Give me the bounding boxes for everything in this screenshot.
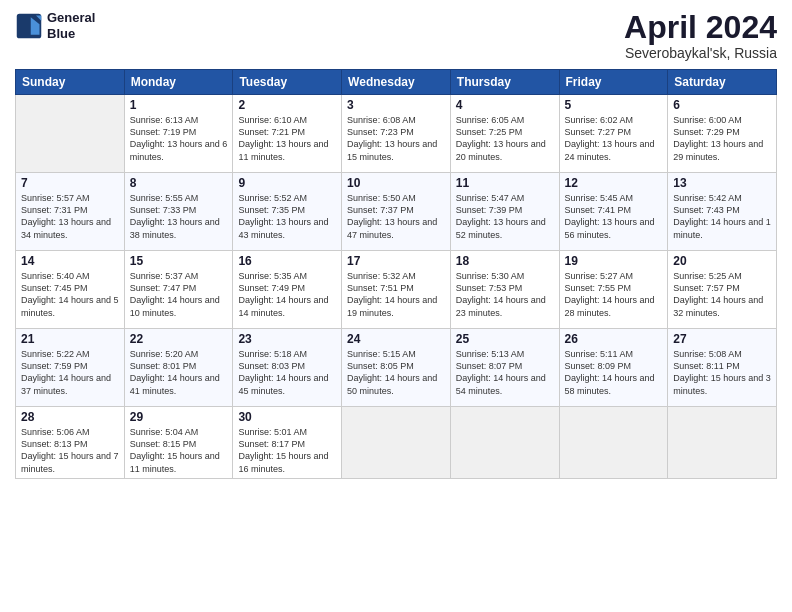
day-info: Sunrise: 6:02 AM Sunset: 7:27 PM Dayligh…: [565, 114, 663, 163]
calendar-cell: 18 Sunrise: 5:30 AM Sunset: 7:53 PM Dayl…: [450, 251, 559, 329]
day-info: Sunrise: 5:57 AM Sunset: 7:31 PM Dayligh…: [21, 192, 119, 241]
logo-icon: [15, 12, 43, 40]
day-info: Sunrise: 5:22 AM Sunset: 7:59 PM Dayligh…: [21, 348, 119, 397]
logo-line2: Blue: [47, 26, 95, 42]
day-info: Sunrise: 5:11 AM Sunset: 8:09 PM Dayligh…: [565, 348, 663, 397]
day-number: 13: [673, 176, 771, 190]
calendar-cell: 21 Sunrise: 5:22 AM Sunset: 7:59 PM Dayl…: [16, 329, 125, 407]
calendar-cell: 6 Sunrise: 6:00 AM Sunset: 7:29 PM Dayli…: [668, 95, 777, 173]
day-number: 15: [130, 254, 228, 268]
day-number: 11: [456, 176, 554, 190]
calendar-cell: [668, 407, 777, 479]
day-info: Sunrise: 6:10 AM Sunset: 7:21 PM Dayligh…: [238, 114, 336, 163]
day-number: 20: [673, 254, 771, 268]
day-number: 17: [347, 254, 445, 268]
day-info: Sunrise: 6:13 AM Sunset: 7:19 PM Dayligh…: [130, 114, 228, 163]
day-number: 27: [673, 332, 771, 346]
day-info: Sunrise: 5:50 AM Sunset: 7:37 PM Dayligh…: [347, 192, 445, 241]
calendar-cell: [450, 407, 559, 479]
day-info: Sunrise: 5:04 AM Sunset: 8:15 PM Dayligh…: [130, 426, 228, 475]
day-info: Sunrise: 6:00 AM Sunset: 7:29 PM Dayligh…: [673, 114, 771, 163]
day-number: 3: [347, 98, 445, 112]
calendar-cell: 28 Sunrise: 5:06 AM Sunset: 8:13 PM Dayl…: [16, 407, 125, 479]
logo-text: General Blue: [47, 10, 95, 41]
day-info: Sunrise: 5:20 AM Sunset: 8:01 PM Dayligh…: [130, 348, 228, 397]
calendar-cell: 2 Sunrise: 6:10 AM Sunset: 7:21 PM Dayli…: [233, 95, 342, 173]
weekday-header: Thursday: [450, 70, 559, 95]
weekday-header: Sunday: [16, 70, 125, 95]
location: Severobaykal'sk, Russia: [624, 45, 777, 61]
day-number: 22: [130, 332, 228, 346]
calendar-cell: 16 Sunrise: 5:35 AM Sunset: 7:49 PM Dayl…: [233, 251, 342, 329]
day-number: 7: [21, 176, 119, 190]
calendar-cell: 25 Sunrise: 5:13 AM Sunset: 8:07 PM Dayl…: [450, 329, 559, 407]
day-number: 6: [673, 98, 771, 112]
weekday-header: Monday: [124, 70, 233, 95]
calendar-cell: 7 Sunrise: 5:57 AM Sunset: 7:31 PM Dayli…: [16, 173, 125, 251]
day-info: Sunrise: 5:06 AM Sunset: 8:13 PM Dayligh…: [21, 426, 119, 475]
day-number: 25: [456, 332, 554, 346]
day-number: 26: [565, 332, 663, 346]
day-number: 29: [130, 410, 228, 424]
calendar-cell: 19 Sunrise: 5:27 AM Sunset: 7:55 PM Dayl…: [559, 251, 668, 329]
title-block: April 2024 Severobaykal'sk, Russia: [624, 10, 777, 61]
week-row: 21 Sunrise: 5:22 AM Sunset: 7:59 PM Dayl…: [16, 329, 777, 407]
day-info: Sunrise: 5:08 AM Sunset: 8:11 PM Dayligh…: [673, 348, 771, 397]
calendar-cell: 11 Sunrise: 5:47 AM Sunset: 7:39 PM Dayl…: [450, 173, 559, 251]
calendar-cell: [16, 95, 125, 173]
day-number: 9: [238, 176, 336, 190]
day-number: 16: [238, 254, 336, 268]
day-info: Sunrise: 6:08 AM Sunset: 7:23 PM Dayligh…: [347, 114, 445, 163]
calendar-cell: 23 Sunrise: 5:18 AM Sunset: 8:03 PM Dayl…: [233, 329, 342, 407]
day-info: Sunrise: 5:32 AM Sunset: 7:51 PM Dayligh…: [347, 270, 445, 319]
week-row: 28 Sunrise: 5:06 AM Sunset: 8:13 PM Dayl…: [16, 407, 777, 479]
day-number: 21: [21, 332, 119, 346]
calendar-cell: 1 Sunrise: 6:13 AM Sunset: 7:19 PM Dayli…: [124, 95, 233, 173]
day-info: Sunrise: 5:27 AM Sunset: 7:55 PM Dayligh…: [565, 270, 663, 319]
day-info: Sunrise: 5:01 AM Sunset: 8:17 PM Dayligh…: [238, 426, 336, 475]
calendar-cell: 29 Sunrise: 5:04 AM Sunset: 8:15 PM Dayl…: [124, 407, 233, 479]
calendar-cell: 15 Sunrise: 5:37 AM Sunset: 7:47 PM Dayl…: [124, 251, 233, 329]
day-info: Sunrise: 5:30 AM Sunset: 7:53 PM Dayligh…: [456, 270, 554, 319]
calendar-cell: 10 Sunrise: 5:50 AM Sunset: 7:37 PM Dayl…: [342, 173, 451, 251]
weekday-header: Saturday: [668, 70, 777, 95]
header-row: SundayMondayTuesdayWednesdayThursdayFrid…: [16, 70, 777, 95]
calendar-cell: 13 Sunrise: 5:42 AM Sunset: 7:43 PM Dayl…: [668, 173, 777, 251]
calendar-cell: 27 Sunrise: 5:08 AM Sunset: 8:11 PM Dayl…: [668, 329, 777, 407]
calendar-cell: 12 Sunrise: 5:45 AM Sunset: 7:41 PM Dayl…: [559, 173, 668, 251]
logo-line1: General: [47, 10, 95, 26]
calendar-cell: [342, 407, 451, 479]
day-number: 23: [238, 332, 336, 346]
month-title: April 2024: [624, 10, 777, 45]
week-row: 14 Sunrise: 5:40 AM Sunset: 7:45 PM Dayl…: [16, 251, 777, 329]
calendar-cell: [559, 407, 668, 479]
day-info: Sunrise: 5:13 AM Sunset: 8:07 PM Dayligh…: [456, 348, 554, 397]
calendar-cell: 8 Sunrise: 5:55 AM Sunset: 7:33 PM Dayli…: [124, 173, 233, 251]
day-info: Sunrise: 5:37 AM Sunset: 7:47 PM Dayligh…: [130, 270, 228, 319]
calendar-cell: 5 Sunrise: 6:02 AM Sunset: 7:27 PM Dayli…: [559, 95, 668, 173]
day-info: Sunrise: 5:55 AM Sunset: 7:33 PM Dayligh…: [130, 192, 228, 241]
calendar-cell: 26 Sunrise: 5:11 AM Sunset: 8:09 PM Dayl…: [559, 329, 668, 407]
day-number: 8: [130, 176, 228, 190]
day-info: Sunrise: 6:05 AM Sunset: 7:25 PM Dayligh…: [456, 114, 554, 163]
day-info: Sunrise: 5:35 AM Sunset: 7:49 PM Dayligh…: [238, 270, 336, 319]
day-info: Sunrise: 5:42 AM Sunset: 7:43 PM Dayligh…: [673, 192, 771, 241]
day-number: 24: [347, 332, 445, 346]
day-number: 30: [238, 410, 336, 424]
page: General Blue April 2024 Severobaykal'sk,…: [0, 0, 792, 612]
logo: General Blue: [15, 10, 95, 41]
day-info: Sunrise: 5:45 AM Sunset: 7:41 PM Dayligh…: [565, 192, 663, 241]
calendar-cell: 24 Sunrise: 5:15 AM Sunset: 8:05 PM Dayl…: [342, 329, 451, 407]
day-number: 10: [347, 176, 445, 190]
header: General Blue April 2024 Severobaykal'sk,…: [15, 10, 777, 61]
day-number: 28: [21, 410, 119, 424]
calendar-cell: 4 Sunrise: 6:05 AM Sunset: 7:25 PM Dayli…: [450, 95, 559, 173]
weekday-header: Tuesday: [233, 70, 342, 95]
day-info: Sunrise: 5:18 AM Sunset: 8:03 PM Dayligh…: [238, 348, 336, 397]
calendar-cell: 17 Sunrise: 5:32 AM Sunset: 7:51 PM Dayl…: [342, 251, 451, 329]
day-number: 4: [456, 98, 554, 112]
week-row: 7 Sunrise: 5:57 AM Sunset: 7:31 PM Dayli…: [16, 173, 777, 251]
day-number: 2: [238, 98, 336, 112]
week-row: 1 Sunrise: 6:13 AM Sunset: 7:19 PM Dayli…: [16, 95, 777, 173]
calendar-cell: 20 Sunrise: 5:25 AM Sunset: 7:57 PM Dayl…: [668, 251, 777, 329]
